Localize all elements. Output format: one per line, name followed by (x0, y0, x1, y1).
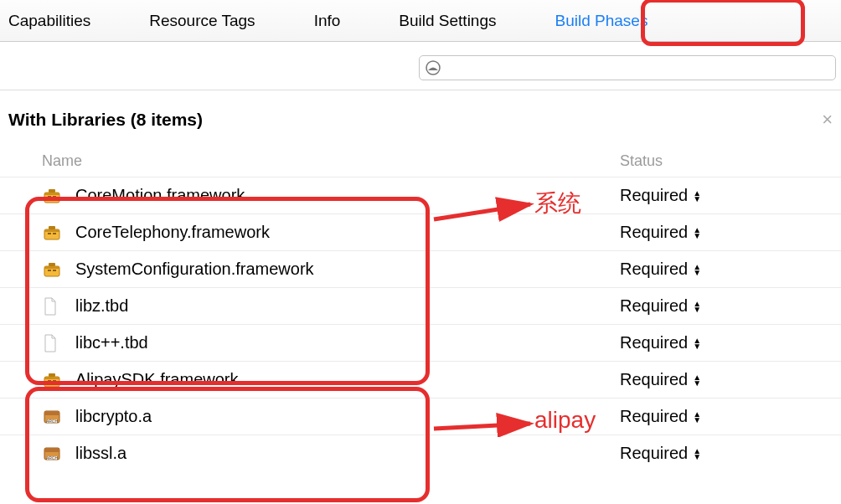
table-row[interactable]: CoreMotion.frameworkRequired▲▼ (0, 177, 841, 213)
svg-rect-13 (49, 263, 55, 266)
tab-resource-tags[interactable]: Resource Tags (149, 12, 255, 30)
stepper-icon: ▲▼ (693, 374, 701, 386)
svg-rect-8 (49, 226, 55, 229)
tab-capabilities[interactable]: Capabilities (8, 12, 90, 30)
column-name: Name (42, 152, 620, 170)
tab-build-settings[interactable]: Build Settings (399, 12, 496, 30)
svg-text:ARCH: ARCH (46, 419, 59, 424)
library-name: CoreTelephony.framework (75, 223, 620, 242)
table-row[interactable]: AlipaySDK.frameworkRequired▲▼ (0, 361, 841, 398)
section-header[interactable]: With Libraries (8 items) × (0, 90, 841, 137)
stepper-icon: ▲▼ (693, 337, 701, 349)
svg-rect-10 (53, 233, 56, 234)
svg-rect-2 (44, 193, 59, 195)
svg-rect-17 (44, 377, 59, 379)
svg-rect-5 (53, 196, 56, 198)
library-name: AlipaySDK.framework (75, 370, 620, 389)
table-row[interactable]: ARCHlibssl.aRequired▲▼ (0, 435, 841, 471)
stepper-icon: ▲▼ (693, 301, 701, 312)
filter-area (0, 42, 841, 90)
framework-icon (42, 188, 75, 204)
status-selector[interactable]: Required▲▼ (620, 407, 720, 426)
stepper-icon: ▲▼ (693, 264, 701, 275)
column-headers: Name Status (0, 137, 841, 177)
framework-icon (42, 224, 75, 241)
stepper-icon: ▲▼ (693, 227, 701, 239)
library-name: SystemConfiguration.framework (75, 260, 620, 279)
status-selector[interactable]: Required▲▼ (620, 370, 720, 389)
svg-rect-15 (53, 270, 56, 271)
svg-rect-3 (49, 189, 55, 193)
status-selector[interactable]: Required▲▼ (620, 333, 720, 352)
table-row[interactable]: CoreTelephony.frameworkRequired▲▼ (0, 213, 841, 250)
framework-icon (42, 372, 75, 388)
table-row[interactable]: libc++.tbdRequired▲▼ (0, 324, 841, 361)
svg-rect-4 (48, 196, 51, 198)
svg-rect-19 (48, 380, 51, 382)
svg-rect-20 (53, 380, 56, 382)
svg-rect-9 (48, 233, 51, 234)
library-name: CoreMotion.framework (75, 186, 620, 205)
annotation-highlight-buildphases (641, 0, 805, 46)
svg-text:ARCH: ARCH (46, 455, 59, 460)
svg-rect-14 (48, 270, 51, 271)
archive-icon: ARCH (42, 409, 75, 425)
tab-build-phases[interactable]: Build Phases (555, 12, 648, 30)
svg-rect-18 (49, 373, 55, 377)
svg-rect-7 (44, 229, 59, 232)
file-icon (42, 297, 75, 316)
status-selector[interactable]: Required▲▼ (620, 223, 720, 242)
file-icon (42, 334, 75, 352)
status-selector[interactable]: Required▲▼ (620, 186, 720, 205)
filter-field[interactable] (419, 55, 836, 80)
status-selector[interactable]: Required▲▼ (620, 444, 720, 463)
table-row[interactable]: libz.tbdRequired▲▼ (0, 287, 841, 324)
column-status: Status (620, 152, 663, 170)
library-name: libc++.tbd (75, 333, 620, 352)
close-icon[interactable]: × (822, 109, 833, 131)
framework-icon (42, 261, 75, 278)
svg-rect-26 (44, 448, 59, 452)
tab-info[interactable]: Info (314, 12, 341, 30)
svg-rect-12 (44, 266, 59, 269)
status-selector[interactable]: Required▲▼ (620, 260, 720, 279)
stepper-icon: ▲▼ (693, 190, 701, 202)
library-list: CoreMotion.frameworkRequired▲▼CoreTeleph… (0, 177, 841, 471)
table-row[interactable]: ARCHlibcrypto.aRequired▲▼ (0, 398, 841, 435)
stepper-icon: ▲▼ (693, 448, 701, 460)
stepper-icon: ▲▼ (693, 411, 701, 423)
library-name: libz.tbd (75, 296, 620, 316)
archive-icon: ARCH (42, 445, 75, 462)
library-name: libssl.a (75, 444, 620, 463)
tab-bar: Capabilities Resource Tags Info Build Se… (0, 0, 841, 42)
filter-icon (425, 59, 441, 76)
status-selector[interactable]: Required▲▼ (620, 296, 720, 316)
library-name: libcrypto.a (75, 407, 620, 426)
section-title: With Libraries (8 items) (8, 110, 203, 130)
svg-rect-22 (44, 411, 59, 415)
table-row[interactable]: SystemConfiguration.frameworkRequired▲▼ (0, 250, 841, 287)
